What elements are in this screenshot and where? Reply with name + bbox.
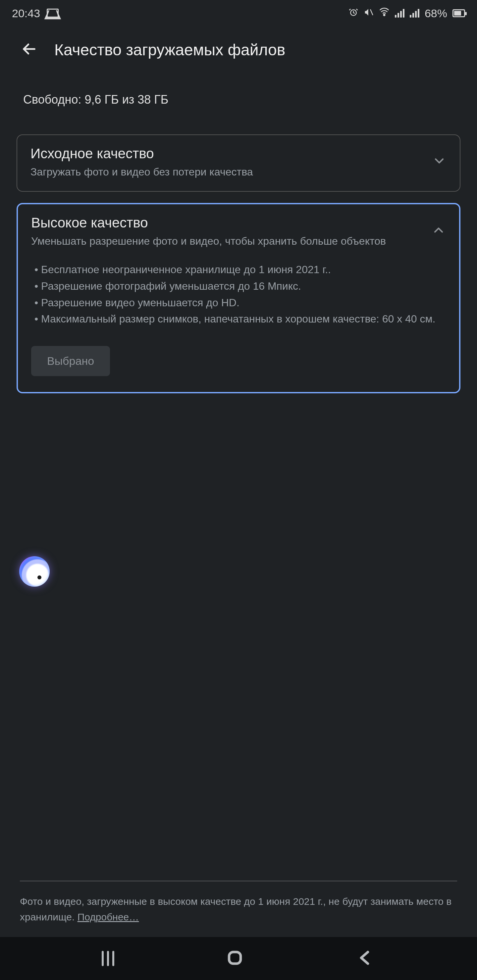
nav-recents-icon[interactable] [102, 951, 114, 966]
option-high-bullets: • Бесплатное неограниченное хранилище до… [31, 262, 446, 327]
gmail-icon [47, 9, 59, 18]
assistant-orb-icon[interactable] [19, 556, 50, 587]
chevron-down-icon[interactable] [432, 154, 447, 170]
system-nav-bar [0, 937, 477, 980]
chevron-up-icon[interactable] [431, 223, 446, 239]
selected-button: Выбрано [31, 346, 110, 376]
signal-1-icon [395, 9, 404, 18]
option-original-quality[interactable]: Исходное качество Загружать фото и видео… [17, 134, 460, 192]
app-bar: Качество загружаемых файлов [0, 27, 477, 73]
svg-rect-2 [229, 952, 241, 964]
page-title: Качество загружаемых файлов [54, 41, 285, 59]
nav-home-icon[interactable] [225, 948, 245, 969]
bullet-item: • Максимальный размер снимков, напечатан… [34, 311, 446, 328]
wifi-icon [379, 6, 389, 20]
option-original-subtitle: Загружать фото и видео без потери качест… [30, 165, 424, 179]
alarm-icon [348, 7, 358, 20]
nav-back-icon[interactable] [356, 948, 375, 969]
footer-divider [20, 881, 457, 881]
battery-percent: 68% [425, 7, 447, 20]
vibrate-mute-icon [364, 7, 374, 20]
option-original-title: Исходное качество [30, 146, 424, 162]
footer-note: Фото и видео, загруженные в высоком каче… [20, 894, 457, 925]
signal-2-icon [410, 9, 420, 18]
option-high-title: Высокое качество [31, 215, 423, 231]
battery-icon [453, 9, 465, 17]
option-high-subtitle: Уменьшать разрешение фото и видео, чтобы… [31, 234, 423, 248]
back-arrow-icon[interactable] [20, 40, 38, 60]
bullet-item: • Разрешение видео уменьшается до HD. [34, 295, 446, 311]
status-bar: 20:43 68% [0, 0, 477, 27]
bullet-item: • Бесплатное неограниченное хранилище до… [34, 262, 446, 278]
bullet-item: • Разрешение фотографий уменьшается до 1… [34, 278, 446, 295]
learn-more-link[interactable]: Подробнее… [78, 912, 139, 923]
status-time: 20:43 [12, 7, 40, 20]
option-high-quality[interactable]: Высокое качество Уменьшать разрешение фо… [17, 203, 460, 393]
svg-point-1 [384, 14, 385, 16]
storage-free-text: Свободно: 9,6 ГБ из 38 ГБ [0, 73, 477, 123]
